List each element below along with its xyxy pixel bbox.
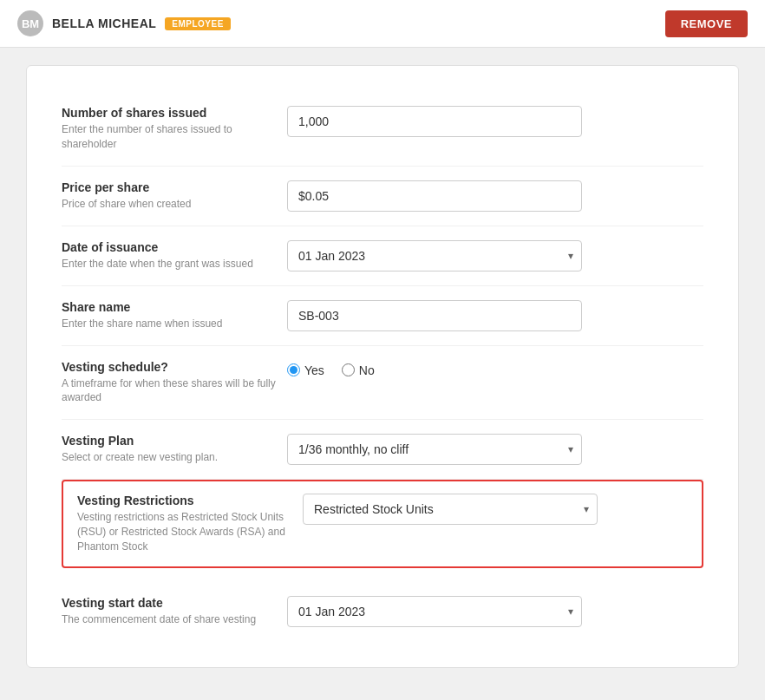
vesting-schedule-label-col: Vesting schedule? A timeframe for when t… <box>62 360 287 406</box>
vesting-start-date-input-col: 01 Jan 2023 01 Feb 2023 01 Mar 2023 ▾ <box>287 596 703 627</box>
date-of-issuance-label: Date of issuance <box>62 240 287 254</box>
vesting-schedule-radio-group: Yes No <box>287 360 703 377</box>
vesting-schedule-label: Vesting schedule? <box>62 360 287 374</box>
vesting-restrictions-highlight-box: Vesting Restrictions Vesting restriction… <box>62 480 703 567</box>
form-card: Number of shares issued Enter the number… <box>26 65 739 668</box>
vesting-start-date-hint: The commencement date of share vesting <box>62 612 287 627</box>
price-per-share-input[interactable] <box>287 180 582 212</box>
vesting-restrictions-label: Vesting Restrictions <box>77 494 303 507</box>
date-of-issuance-select-wrapper: 01 Jan 2023 01 Feb 2023 01 Mar 2023 ▾ <box>287 240 582 271</box>
vesting-schedule-hint: A timeframe for when these shares will b… <box>62 376 287 406</box>
vesting-schedule-no-text: No <box>359 363 375 377</box>
shares-issued-label-col: Number of shares issued Enter the number… <box>62 106 287 152</box>
date-of-issuance-input-col: 01 Jan 2023 01 Feb 2023 01 Mar 2023 ▾ <box>287 240 703 271</box>
date-of-issuance-hint: Enter the date when the grant was issued <box>62 257 287 271</box>
price-per-share-input-col <box>287 180 703 212</box>
vesting-plan-row: Vesting Plan Select or create new vestin… <box>62 420 703 480</box>
share-name-hint: Enter the share name when issued <box>62 317 287 331</box>
date-of-issuance-label-col: Date of issuance Enter the date when the… <box>62 240 287 271</box>
vesting-restrictions-select-wrapper: Restricted Stock Units Restricted Stock … <box>303 494 598 525</box>
share-name-input-col <box>287 300 703 331</box>
vesting-start-date-row: Vesting start date The commencement date… <box>62 582 703 641</box>
price-per-share-label-col: Price per share Price of share when crea… <box>62 180 287 212</box>
share-name-label: Share name <box>62 300 287 314</box>
vesting-schedule-no-label[interactable]: No <box>342 363 375 377</box>
date-of-issuance-select[interactable]: 01 Jan 2023 01 Feb 2023 01 Mar 2023 <box>287 240 582 271</box>
vesting-restrictions-label-col: Vesting Restrictions Vesting restriction… <box>77 494 303 553</box>
share-name-input[interactable] <box>287 300 582 331</box>
price-per-share-hint: Price of share when created <box>62 197 287 212</box>
vesting-plan-label-col: Vesting Plan Select or create new vestin… <box>62 434 287 465</box>
vesting-schedule-input-col: Yes No <box>287 360 703 377</box>
user-name: BELLA MICHEAL <box>52 16 156 30</box>
share-name-label-col: Share name Enter the share name when iss… <box>62 300 287 331</box>
shares-issued-label: Number of shares issued <box>62 106 287 120</box>
vesting-schedule-row: Vesting schedule? A timeframe for when t… <box>62 346 703 421</box>
header: BM BELLA MICHEAL EMPLOYEE REMOVE <box>0 0 765 48</box>
header-left: BM BELLA MICHEAL EMPLOYEE <box>17 10 231 36</box>
vesting-restrictions-input-col: Restricted Stock Units Restricted Stock … <box>303 494 688 525</box>
vesting-restrictions-row: Vesting Restrictions Vesting restriction… <box>62 480 703 567</box>
vesting-start-date-select-wrapper: 01 Jan 2023 01 Feb 2023 01 Mar 2023 ▾ <box>287 596 582 627</box>
remove-button[interactable]: REMOVE <box>665 10 748 37</box>
vesting-schedule-yes-text: Yes <box>304 363 324 377</box>
shares-issued-row: Number of shares issued Enter the number… <box>62 92 703 167</box>
date-of-issuance-row: Date of issuance Enter the date when the… <box>62 226 703 286</box>
vesting-plan-select[interactable]: 1/36 monthly, no cliff 1/24 monthly, no … <box>287 434 582 465</box>
employee-badge: EMPLOYEE <box>165 17 231 30</box>
price-per-share-row: Price per share Price of share when crea… <box>62 167 703 226</box>
shares-issued-input-col <box>287 106 703 137</box>
main-content: Number of shares issued Enter the number… <box>0 48 765 685</box>
vesting-plan-select-wrapper: 1/36 monthly, no cliff 1/24 monthly, no … <box>287 434 582 465</box>
shares-issued-hint: Enter the number of shares issued to sha… <box>62 122 287 152</box>
vesting-plan-hint: Select or create new vesting plan. <box>62 450 287 465</box>
avatar: BM <box>17 10 43 36</box>
bottom-actions: + ADD NEW GRANT SUBMIT <box>0 685 765 700</box>
vesting-start-date-label: Vesting start date <box>62 596 287 610</box>
vesting-schedule-no-radio[interactable] <box>342 363 355 376</box>
vesting-start-date-label-col: Vesting start date The commencement date… <box>62 596 287 627</box>
price-per-share-label: Price per share <box>62 180 287 194</box>
vesting-plan-input-col: 1/36 monthly, no cliff 1/24 monthly, no … <box>287 434 703 465</box>
vesting-start-date-select[interactable]: 01 Jan 2023 01 Feb 2023 01 Mar 2023 <box>287 596 582 627</box>
vesting-restrictions-select[interactable]: Restricted Stock Units Restricted Stock … <box>303 494 598 525</box>
vesting-schedule-yes-radio[interactable] <box>287 363 300 376</box>
share-name-row: Share name Enter the share name when iss… <box>62 286 703 346</box>
vesting-restrictions-hint: Vesting restrictions as Restricted Stock… <box>77 510 303 553</box>
shares-issued-input[interactable] <box>287 106 582 137</box>
vesting-plan-label: Vesting Plan <box>62 434 287 448</box>
vesting-schedule-yes-label[interactable]: Yes <box>287 363 324 377</box>
